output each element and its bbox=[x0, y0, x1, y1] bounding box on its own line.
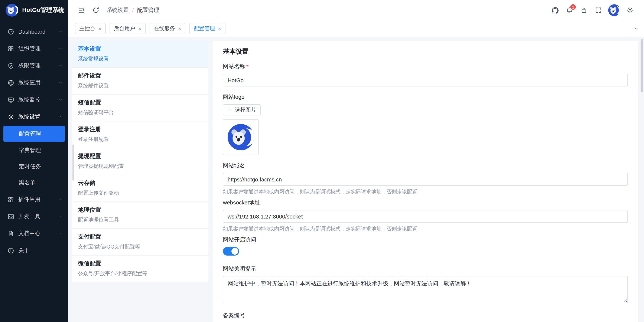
sidebar-item-label: 系统设置 bbox=[18, 113, 54, 121]
nav-item-title: 短信配置 bbox=[78, 99, 202, 106]
fullscreen-icon[interactable] bbox=[591, 3, 606, 17]
settings-nav-item-cloud-storage[interactable]: 云存储 配置上传文件驱动 bbox=[72, 175, 208, 202]
sidebar-item-label: 系统应用 bbox=[18, 79, 54, 86]
sidebar-item-organization[interactable]: 组织管理 bbox=[0, 40, 68, 57]
chevron-down-icon bbox=[58, 97, 63, 102]
notification-badge: 1 bbox=[570, 4, 576, 10]
plugin-icon bbox=[8, 196, 14, 203]
close-tip-label: 网站关闭提示 bbox=[223, 265, 628, 273]
sidebar-item-dict-management[interactable]: 字典管理 bbox=[0, 142, 68, 158]
main-scrollbar-thumb[interactable] bbox=[640, 39, 643, 92]
app-title: HotGo管理系统 bbox=[22, 6, 64, 14]
nav-item-title: 基本设置 bbox=[78, 45, 202, 53]
settings-nav-item-basic[interactable]: 基本设置 系统常规设置 bbox=[72, 41, 208, 68]
close-icon[interactable]: × bbox=[98, 26, 102, 31]
sidebar-item-label: 关于 bbox=[18, 247, 63, 254]
settings-nav-scrollbar[interactable] bbox=[72, 144, 74, 181]
koala-logo-icon bbox=[6, 4, 18, 16]
top-header: 系统设置 / 配置管理 1 bbox=[68, 0, 644, 20]
dashboard-icon bbox=[8, 28, 14, 35]
sidebar-item-system-app[interactable]: 系统应用 bbox=[0, 74, 68, 91]
settings-nav-item-geo[interactable]: 地理位置 配置地理位置工具 bbox=[72, 202, 208, 229]
chevron-up-icon bbox=[58, 115, 63, 119]
document-icon bbox=[8, 230, 14, 237]
code-icon bbox=[8, 213, 14, 220]
lock-screen-icon[interactable] bbox=[577, 3, 591, 17]
tab-admin-users[interactable]: 后台用户 × bbox=[110, 23, 146, 34]
tab-options-chevron-down-icon[interactable] bbox=[628, 20, 644, 37]
sidebar-item-label: 字典管理 bbox=[19, 147, 63, 154]
chevron-down-icon bbox=[58, 29, 63, 34]
close-icon[interactable]: × bbox=[218, 26, 221, 31]
nav-item-title: 支付配置 bbox=[78, 233, 202, 241]
tab-config-management[interactable]: 配置管理 × bbox=[190, 23, 226, 34]
sidebar-item-label: 插件应用 bbox=[18, 196, 54, 203]
koala-logo-image bbox=[228, 124, 254, 150]
close-tip-textarea[interactable]: 网站维护中，暂时无法访问！本网站正在进行系统维护和技术升级，网站暂时无法访问，敬… bbox=[223, 276, 628, 303]
settings-nav-item-withdraw[interactable]: 提现配置 管理员提现规则配置 bbox=[72, 148, 208, 175]
nav-item-title: 邮件设置 bbox=[78, 72, 202, 80]
sidebar-menu: Dashboard 组织管理 权限管理 系统应用 系统监控 bbox=[0, 20, 68, 259]
close-icon[interactable]: × bbox=[138, 26, 141, 31]
main-area: 系统设置 / 配置管理 1 bbox=[68, 0, 644, 322]
app-logo[interactable]: HotGo管理系统 bbox=[0, 0, 68, 20]
toggle-knob bbox=[232, 248, 238, 255]
chevron-down-icon bbox=[58, 231, 63, 236]
site-name-input[interactable] bbox=[223, 74, 628, 86]
nav-item-title: 微信配置 bbox=[78, 260, 202, 268]
tab-online-service[interactable]: 在线服务 × bbox=[150, 23, 186, 34]
close-icon[interactable]: × bbox=[178, 26, 181, 31]
site-domain-hint: 如果客户端通过本地或内网访问，则认为是调试模式，走实际请求地址，否则走该配置 bbox=[223, 188, 628, 196]
github-icon[interactable] bbox=[548, 3, 562, 17]
chevron-down-icon bbox=[58, 80, 63, 85]
sidebar-item-system-settings[interactable]: 系统设置 bbox=[0, 108, 68, 125]
tab-label: 后台用户 bbox=[114, 25, 135, 32]
nav-item-subtitle: 系统邮件设置 bbox=[78, 82, 202, 89]
site-open-toggle[interactable] bbox=[223, 247, 239, 256]
sidebar-item-label: 系统监控 bbox=[18, 96, 54, 103]
sidebar-item-label: 定时任务 bbox=[19, 163, 63, 170]
sidebar-item-label: 组织管理 bbox=[18, 45, 54, 52]
monitor-icon bbox=[8, 96, 14, 103]
refresh-icon[interactable] bbox=[89, 3, 103, 17]
sidebar-item-docs-center[interactable]: 文档中心 bbox=[0, 225, 68, 242]
breadcrumb-parent[interactable]: 系统设置 bbox=[106, 6, 129, 14]
site-name-label: 网站名称 * bbox=[223, 63, 628, 70]
settings-nav-item-login-register[interactable]: 登录注册 登录注册配置 bbox=[72, 121, 208, 148]
nav-item-subtitle: 登录注册配置 bbox=[78, 136, 202, 143]
sidebar-item-plugins[interactable]: 插件应用 bbox=[0, 191, 68, 208]
settings-nav: 基本设置 系统常规设置 邮件设置 系统邮件设置 短信配置 短信验证码平台 登录注… bbox=[72, 41, 208, 282]
avatar-logo-icon bbox=[608, 4, 620, 16]
chevron-down-icon bbox=[58, 63, 63, 68]
notifications-bell-icon[interactable]: 1 bbox=[562, 3, 577, 17]
websocket-input[interactable] bbox=[223, 210, 628, 223]
websocket-hint: 如果客户端通过本地或内网访问，则认为是调试模式，走实际请求地址，否则走该配置 bbox=[223, 225, 628, 233]
sidebar-item-about[interactable]: 关于 bbox=[0, 242, 68, 259]
sidebar-item-label: Dashboard bbox=[18, 28, 54, 35]
settings-gear-icon[interactable] bbox=[623, 3, 637, 17]
sidebar-item-dashboard[interactable]: Dashboard bbox=[0, 23, 68, 40]
sidebar-item-label: 黑名单 bbox=[19, 179, 63, 187]
sidebar-item-dev-tools[interactable]: 开发工具 bbox=[0, 208, 68, 225]
settings-nav-item-payment[interactable]: 支付配置 支付宝/微信/QQ支付配置等 bbox=[72, 229, 208, 256]
settings-nav-item-sms[interactable]: 短信配置 短信验证码平台 bbox=[72, 95, 208, 121]
nav-item-title: 登录注册 bbox=[78, 126, 202, 133]
user-avatar[interactable] bbox=[608, 4, 620, 16]
sidebar-item-system-monitor[interactable]: 系统监控 bbox=[0, 91, 68, 108]
settings-nav-item-email[interactable]: 邮件设置 系统邮件设置 bbox=[72, 68, 208, 95]
site-logo-label: 网站logo bbox=[223, 93, 628, 101]
sidebar-item-cron-tasks[interactable]: 定时任务 bbox=[0, 158, 68, 175]
sidebar-item-permission[interactable]: 权限管理 bbox=[0, 57, 68, 74]
settings-nav-item-wechat[interactable]: 微信配置 公众号/开放平台/小程序配置等 bbox=[72, 256, 208, 282]
nav-item-subtitle: 系统常规设置 bbox=[78, 55, 202, 63]
plus-icon bbox=[228, 108, 232, 112]
sidebar-item-config-management[interactable]: 配置管理 bbox=[4, 126, 65, 142]
tab-label: 配置管理 bbox=[194, 25, 215, 32]
tab-console[interactable]: 主控台 × bbox=[75, 23, 106, 34]
choose-image-button[interactable]: 选择图片 bbox=[223, 104, 261, 115]
org-grid-icon bbox=[8, 45, 14, 52]
content-area: 基本设置 系统常规设置 邮件设置 系统邮件设置 短信配置 短信验证码平台 登录注… bbox=[68, 37, 644, 322]
collapse-menu-icon[interactable] bbox=[74, 3, 89, 17]
sidebar-item-blacklist[interactable]: 黑名单 bbox=[0, 175, 68, 191]
site-domain-input[interactable] bbox=[223, 173, 628, 186]
